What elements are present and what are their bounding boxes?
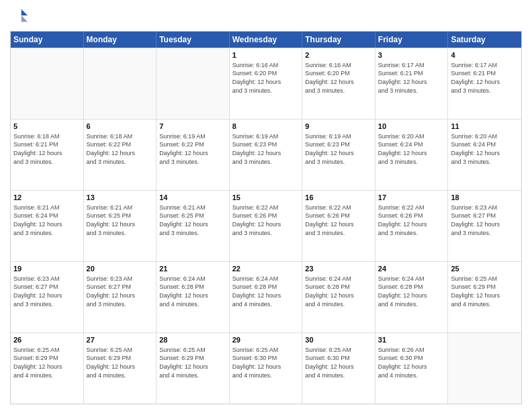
calendar-row-3: 12Sunrise: 6:21 AMSunset: 6:24 PMDayligh…	[11, 190, 521, 261]
logo	[10, 7, 32, 26]
day-number: 9	[305, 122, 372, 132]
day-info: Sunrise: 6:25 AMSunset: 6:29 PMDaylight:…	[159, 346, 226, 379]
header-day-saturday: Saturday	[448, 32, 521, 48]
day-number: 2	[305, 50, 372, 60]
day-cell-15: 15Sunrise: 6:22 AMSunset: 6:26 PMDayligh…	[230, 191, 303, 261]
day-number: 27	[87, 335, 154, 345]
day-cell-18: 18Sunrise: 6:23 AMSunset: 6:27 PMDayligh…	[448, 191, 521, 261]
calendar-row-5: 26Sunrise: 6:25 AMSunset: 6:29 PMDayligh…	[11, 332, 521, 404]
day-info: Sunrise: 6:25 AMSunset: 6:30 PMDaylight:…	[305, 346, 372, 379]
day-cell-10: 10Sunrise: 6:20 AMSunset: 6:24 PMDayligh…	[375, 120, 449, 190]
day-info: Sunrise: 6:18 AMSunset: 6:21 PMDaylight:…	[13, 132, 81, 166]
calendar-row-2: 5Sunrise: 6:18 AMSunset: 6:21 PMDaylight…	[11, 119, 521, 190]
day-number: 12	[13, 193, 81, 203]
day-number: 28	[159, 335, 226, 345]
day-number: 3	[378, 50, 445, 60]
day-info: Sunrise: 6:24 AMSunset: 6:28 PMDaylight:…	[159, 275, 226, 308]
day-number: 10	[378, 122, 445, 132]
page: SundayMondayTuesdayWednesdayThursdayFrid…	[0, 0, 532, 411]
day-info: Sunrise: 6:20 AMSunset: 6:24 PMDaylight:…	[451, 132, 519, 166]
day-number: 17	[378, 193, 445, 203]
day-number: 18	[451, 193, 519, 203]
day-info: Sunrise: 6:22 AMSunset: 6:26 PMDaylight:…	[232, 203, 300, 237]
day-cell-30: 30Sunrise: 6:25 AMSunset: 6:30 PMDayligh…	[302, 333, 375, 404]
day-cell-9: 9Sunrise: 6:19 AMSunset: 6:23 PMDaylight…	[302, 120, 375, 190]
day-cell-4: 4Sunrise: 6:17 AMSunset: 6:21 PMDaylight…	[448, 48, 521, 119]
day-number: 26	[13, 335, 81, 345]
day-cell-25: 25Sunrise: 6:25 AMSunset: 6:29 PMDayligh…	[448, 262, 521, 332]
day-cell-28: 28Sunrise: 6:25 AMSunset: 6:29 PMDayligh…	[157, 333, 230, 404]
day-number: 8	[232, 122, 300, 132]
day-number: 31	[378, 335, 445, 345]
day-cell-16: 16Sunrise: 6:22 AMSunset: 6:26 PMDayligh…	[302, 191, 375, 261]
empty-cell	[448, 333, 521, 404]
day-info: Sunrise: 6:25 AMSunset: 6:29 PMDaylight:…	[87, 346, 154, 379]
day-number: 13	[87, 193, 154, 203]
day-info: Sunrise: 6:24 AMSunset: 6:28 PMDaylight:…	[232, 275, 300, 308]
day-info: Sunrise: 6:20 AMSunset: 6:24 PMDaylight:…	[378, 132, 445, 166]
day-cell-17: 17Sunrise: 6:22 AMSunset: 6:26 PMDayligh…	[375, 191, 449, 261]
day-info: Sunrise: 6:25 AMSunset: 6:30 PMDaylight:…	[232, 346, 300, 379]
day-number: 23	[305, 264, 372, 274]
day-info: Sunrise: 6:21 AMSunset: 6:25 PMDaylight:…	[159, 203, 226, 237]
day-info: Sunrise: 6:23 AMSunset: 6:27 PMDaylight:…	[451, 203, 519, 237]
day-cell-14: 14Sunrise: 6:21 AMSunset: 6:25 PMDayligh…	[157, 191, 230, 261]
day-cell-3: 3Sunrise: 6:17 AMSunset: 6:21 PMDaylight…	[375, 48, 449, 119]
day-cell-1: 1Sunrise: 6:16 AMSunset: 6:20 PMDaylight…	[230, 48, 303, 119]
day-number: 11	[451, 122, 519, 132]
day-number: 19	[13, 264, 81, 274]
header-day-thursday: Thursday	[302, 32, 375, 48]
logo-icon	[10, 7, 29, 26]
day-info: Sunrise: 6:21 AMSunset: 6:25 PMDaylight:…	[87, 203, 154, 237]
day-number: 21	[159, 264, 226, 274]
header-day-monday: Monday	[84, 32, 157, 48]
empty-cell	[84, 48, 157, 119]
day-number: 4	[451, 50, 519, 60]
day-number: 5	[13, 122, 81, 132]
day-info: Sunrise: 6:19 AMSunset: 6:23 PMDaylight:…	[232, 132, 300, 166]
calendar: SundayMondayTuesdayWednesdayThursdayFrid…	[10, 31, 522, 404]
day-cell-8: 8Sunrise: 6:19 AMSunset: 6:23 PMDaylight…	[230, 120, 303, 190]
day-info: Sunrise: 6:19 AMSunset: 6:23 PMDaylight:…	[305, 132, 372, 166]
day-info: Sunrise: 6:17 AMSunset: 6:21 PMDaylight:…	[451, 61, 519, 95]
header-day-friday: Friday	[375, 32, 449, 48]
day-info: Sunrise: 6:16 AMSunset: 6:20 PMDaylight:…	[232, 61, 300, 95]
day-number: 20	[87, 264, 154, 274]
day-info: Sunrise: 6:23 AMSunset: 6:27 PMDaylight:…	[13, 275, 81, 308]
day-info: Sunrise: 6:26 AMSunset: 6:30 PMDaylight:…	[378, 346, 445, 379]
day-cell-31: 31Sunrise: 6:26 AMSunset: 6:30 PMDayligh…	[375, 333, 449, 404]
day-cell-5: 5Sunrise: 6:18 AMSunset: 6:21 PMDaylight…	[11, 120, 84, 190]
day-number: 25	[451, 264, 519, 274]
day-cell-23: 23Sunrise: 6:24 AMSunset: 6:28 PMDayligh…	[302, 262, 375, 332]
day-cell-12: 12Sunrise: 6:21 AMSunset: 6:24 PMDayligh…	[11, 191, 84, 261]
day-number: 6	[87, 122, 154, 132]
day-cell-7: 7Sunrise: 6:19 AMSunset: 6:22 PMDaylight…	[157, 120, 230, 190]
svg-rect-0	[10, 7, 29, 26]
day-number: 15	[232, 193, 300, 203]
day-info: Sunrise: 6:24 AMSunset: 6:28 PMDaylight:…	[378, 275, 445, 308]
day-number: 29	[232, 335, 300, 345]
calendar-body: 1Sunrise: 6:16 AMSunset: 6:20 PMDaylight…	[11, 48, 521, 404]
day-info: Sunrise: 6:23 AMSunset: 6:27 PMDaylight:…	[87, 275, 154, 308]
day-cell-6: 6Sunrise: 6:18 AMSunset: 6:22 PMDaylight…	[84, 120, 157, 190]
day-number: 7	[159, 122, 226, 132]
day-cell-13: 13Sunrise: 6:21 AMSunset: 6:25 PMDayligh…	[84, 191, 157, 261]
header-day-tuesday: Tuesday	[157, 32, 230, 48]
empty-cell	[11, 48, 84, 119]
header-day-sunday: Sunday	[11, 32, 84, 48]
day-number: 14	[159, 193, 226, 203]
header-day-wednesday: Wednesday	[230, 32, 303, 48]
day-info: Sunrise: 6:22 AMSunset: 6:26 PMDaylight:…	[378, 203, 445, 237]
day-info: Sunrise: 6:24 AMSunset: 6:28 PMDaylight:…	[305, 275, 372, 308]
calendar-header: SundayMondayTuesdayWednesdayThursdayFrid…	[11, 32, 521, 48]
day-info: Sunrise: 6:21 AMSunset: 6:24 PMDaylight:…	[13, 203, 81, 237]
day-cell-26: 26Sunrise: 6:25 AMSunset: 6:29 PMDayligh…	[11, 333, 84, 404]
day-cell-29: 29Sunrise: 6:25 AMSunset: 6:30 PMDayligh…	[230, 333, 303, 404]
header	[10, 7, 522, 26]
day-cell-22: 22Sunrise: 6:24 AMSunset: 6:28 PMDayligh…	[230, 262, 303, 332]
calendar-row-1: 1Sunrise: 6:16 AMSunset: 6:20 PMDaylight…	[11, 48, 521, 119]
day-info: Sunrise: 6:18 AMSunset: 6:22 PMDaylight:…	[87, 132, 154, 166]
day-info: Sunrise: 6:25 AMSunset: 6:29 PMDaylight:…	[13, 346, 81, 379]
day-info: Sunrise: 6:25 AMSunset: 6:29 PMDaylight:…	[451, 275, 519, 308]
day-cell-20: 20Sunrise: 6:23 AMSunset: 6:27 PMDayligh…	[84, 262, 157, 332]
